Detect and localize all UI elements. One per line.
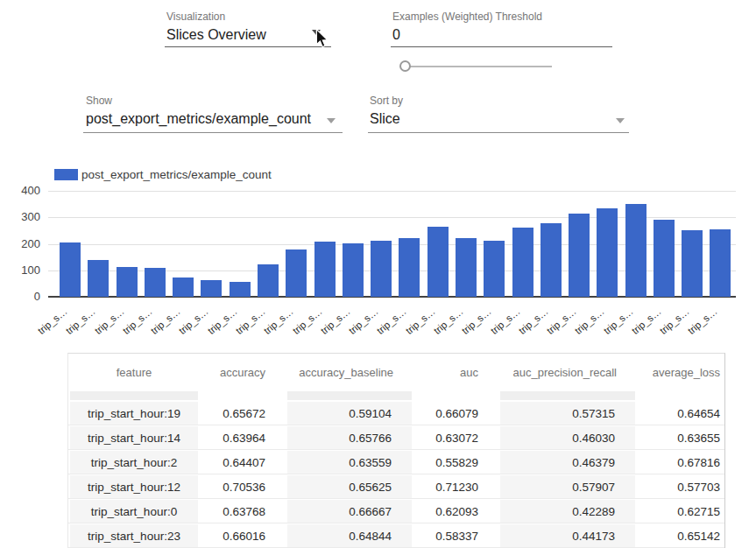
average_loss-cell[interactable]: 0.65142	[637, 524, 724, 547]
bar-0[interactable]	[60, 242, 81, 297]
sort-by-selected-value: Slice	[370, 111, 400, 127]
legend-swatch	[54, 169, 78, 180]
feature-cell[interactable]: trip_start_hour:0	[68, 500, 200, 523]
legend-label: post_export_metrics/example_count	[81, 168, 272, 181]
auc_precision_recall-cell[interactable]: 0.46379	[498, 451, 637, 474]
auc_precision_recall-cell[interactable]: 0.57315	[498, 402, 637, 425]
accuracy-cell[interactable]: 0.65672	[200, 402, 286, 425]
table-row[interactable]: trip_start_hour:20.644070.635590.558290.…	[68, 451, 724, 474]
bar-18[interactable]	[569, 214, 590, 297]
threshold-input[interactable]: 0	[392, 27, 400, 43]
bar-15[interactable]	[484, 241, 505, 297]
bar-20[interactable]	[625, 204, 646, 298]
y-axis-tick-200: 200	[12, 237, 40, 250]
show-underline	[83, 132, 343, 133]
bar-19[interactable]	[597, 208, 618, 297]
feature-cell[interactable]: trip_start_hour:14	[68, 426, 200, 449]
average_loss-cell[interactable]: 0.67816	[637, 451, 724, 474]
threshold-slider-knob[interactable]	[399, 60, 411, 72]
bar-14[interactable]	[456, 238, 477, 297]
accuracy_baseline-cell[interactable]: 0.59104	[286, 402, 413, 425]
bar-8[interactable]	[286, 249, 307, 298]
y-axis-tick-100: 100	[12, 263, 40, 277]
table-row[interactable]: trip_start_hour:230.660160.648440.583370…	[68, 524, 724, 548]
auc_precision_recall-cell[interactable]: 0.42289	[498, 500, 637, 523]
show-label: Show	[86, 95, 112, 107]
chevron-down-icon[interactable]	[327, 118, 336, 123]
auc-cell[interactable]: 0.55829	[413, 451, 498, 474]
accuracy_baseline-cell[interactable]: 0.63559	[286, 451, 413, 474]
auc-cell[interactable]: 0.71230	[413, 475, 498, 498]
accuracy-cell[interactable]: 0.70536	[200, 475, 286, 498]
accuracy-cell[interactable]: 0.66016	[200, 524, 286, 547]
average_loss-cell[interactable]: 0.63655	[637, 426, 724, 449]
table-row[interactable]: trip_start_hour:00.637680.666670.620930.…	[68, 500, 724, 523]
feature-cell[interactable]: trip_start_hour:12	[68, 475, 200, 498]
bar-10[interactable]	[343, 243, 364, 297]
feature-cell[interactable]: trip_start_hour:23	[68, 524, 200, 547]
column-header-auc[interactable]: auc	[413, 354, 498, 391]
column-header-accuracy_baseline[interactable]: accuracy_baseline	[286, 354, 413, 391]
y-axis-tick-0: 0	[12, 290, 40, 303]
table-row[interactable]: trip_start_hour:120.705360.656250.712300…	[68, 475, 724, 499]
bar-6[interactable]	[230, 282, 251, 298]
auc_precision_recall-cell[interactable]: 0.44173	[498, 524, 637, 547]
accuracy-cell[interactable]: 0.64407	[200, 451, 286, 474]
bar-22[interactable]	[682, 230, 703, 297]
bar-2[interactable]	[117, 267, 138, 297]
feature-cell[interactable]: trip_start_hour:19	[68, 402, 200, 425]
auc_precision_recall-cell[interactable]: 0.46030	[498, 426, 637, 449]
accuracy-cell[interactable]: 0.63768	[200, 500, 286, 523]
metrics-table: featureaccuracyaccuracy_baselineaucauc_p…	[67, 353, 725, 548]
bar-4[interactable]	[173, 278, 194, 297]
show-selected-value: post_export_metrics/example_count	[86, 111, 311, 127]
threshold-slider-track[interactable]	[404, 66, 552, 67]
bar-9[interactable]	[314, 242, 336, 297]
column-header-accuracy[interactable]: accuracy	[200, 354, 286, 391]
y-axis-tick-300: 300	[12, 210, 40, 223]
filter-cell-feature	[68, 391, 200, 400]
average_loss-cell[interactable]: 0.64654	[637, 402, 724, 425]
bar-23[interactable]	[710, 229, 731, 297]
accuracy_baseline-cell[interactable]: 0.66667	[286, 500, 413, 523]
accuracy_baseline-cell[interactable]: 0.64844	[286, 524, 413, 547]
average_loss-cell[interactable]: 0.62715	[637, 500, 724, 523]
bar-17[interactable]	[541, 223, 562, 297]
bar-21[interactable]	[654, 220, 675, 297]
average_loss-cell[interactable]: 0.57703	[637, 475, 724, 498]
chevron-down-icon[interactable]	[616, 118, 625, 123]
threshold-underline	[391, 46, 612, 47]
accuracy_baseline-cell[interactable]: 0.65625	[286, 475, 413, 498]
auc-cell[interactable]: 0.63072	[413, 426, 498, 449]
bar-3[interactable]	[145, 268, 166, 297]
table-header-row: featureaccuracyaccuracy_baselineaucauc_p…	[68, 354, 724, 391]
table-filter-row	[68, 391, 724, 400]
auc-cell[interactable]: 0.58337	[413, 524, 498, 547]
accuracy_baseline-cell[interactable]: 0.65766	[286, 426, 413, 449]
gridline-400	[48, 191, 736, 192]
auc-cell[interactable]: 0.66079	[413, 402, 498, 425]
accuracy-cell[interactable]: 0.63964	[200, 426, 286, 449]
feature-cell[interactable]: trip_start_hour:2	[68, 451, 200, 474]
bar-12[interactable]	[399, 238, 420, 297]
table-row[interactable]: trip_start_hour:140.639640.657660.630720…	[68, 426, 724, 450]
mouse-cursor	[315, 29, 329, 48]
bar-1[interactable]	[88, 260, 109, 297]
auc-cell[interactable]: 0.62093	[413, 500, 498, 523]
bar-7[interactable]	[258, 264, 279, 297]
auc_precision_recall-cell[interactable]: 0.57907	[498, 475, 637, 498]
visualization-selected-value: Slices Overview	[166, 27, 266, 43]
bar-16[interactable]	[512, 228, 533, 297]
column-header-average_loss[interactable]: average_loss	[637, 354, 724, 391]
filter-cell-auc	[413, 391, 498, 400]
filter-cell-average_loss	[637, 391, 724, 400]
threshold-label: Examples (Weighted) Threshold	[392, 11, 542, 23]
filter-cell-accuracy_baseline	[286, 391, 413, 400]
bar-13[interactable]	[427, 227, 449, 297]
filter-cell-accuracy	[200, 391, 286, 400]
table-row[interactable]: trip_start_hour:190.656720.591040.660790…	[68, 402, 724, 425]
column-header-feature[interactable]: feature	[68, 354, 200, 391]
bar-5[interactable]	[201, 280, 222, 297]
bar-11[interactable]	[371, 241, 392, 297]
column-header-auc_precision_recall[interactable]: auc_precision_recall	[498, 354, 637, 391]
